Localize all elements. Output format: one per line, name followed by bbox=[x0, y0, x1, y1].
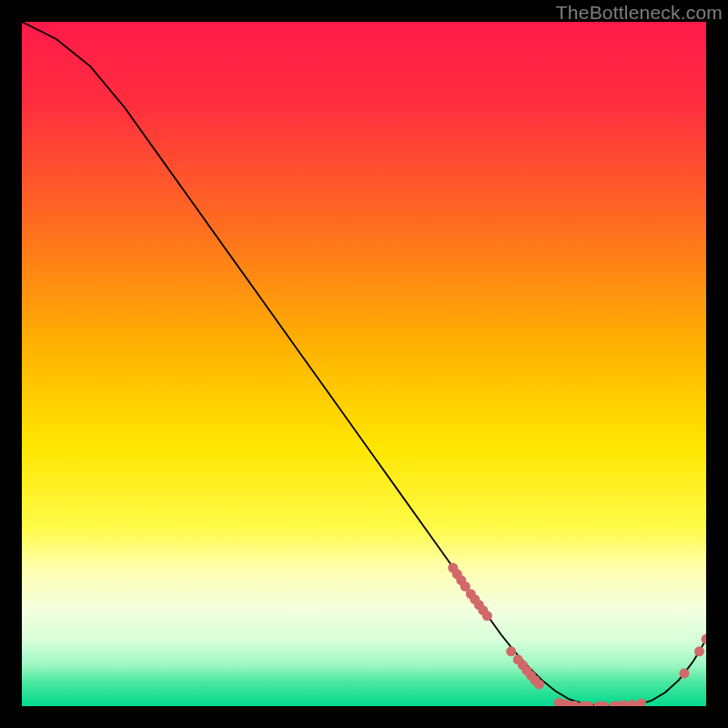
data-marker bbox=[482, 611, 492, 621]
data-marker bbox=[694, 646, 704, 656]
data-markers bbox=[448, 563, 706, 706]
data-marker bbox=[506, 646, 516, 656]
plot-area bbox=[22, 22, 706, 706]
bottleneck-curve bbox=[22, 22, 706, 706]
chart-stage: TheBottleneck.com bbox=[0, 0, 728, 728]
data-marker bbox=[636, 698, 646, 706]
data-marker bbox=[679, 668, 689, 678]
watermark-text: TheBottleneck.com bbox=[556, 2, 723, 24]
data-marker bbox=[534, 679, 544, 689]
line-layer bbox=[22, 22, 706, 706]
data-marker bbox=[627, 700, 637, 706]
data-marker bbox=[702, 634, 707, 644]
